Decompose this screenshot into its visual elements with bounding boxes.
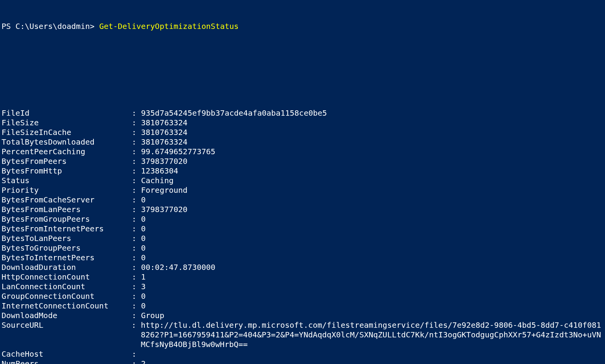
blank-line [2,79,605,89]
separator: : [132,282,141,292]
field-name: DownloadMode [2,311,132,320]
field-name: BytesToLanPeers [2,234,132,243]
separator: : [132,263,141,272]
output-row: BytesFromCacheServer: 0 [2,195,605,205]
output-row: DownloadDuration: 00:02:47.8730000 [2,263,605,272]
separator: : [132,320,141,349]
output-row: SourceURL: http://tlu.dl.delivery.mp.mic… [2,320,605,349]
field-value: 935d7a54245ef9bb37acde4afa0aba1158ce0be5 [141,108,327,118]
field-name: LanConnectionCount [2,282,132,292]
output-row: BytesToInternetPeers: 0 [2,253,605,263]
separator: : [132,359,141,364]
output-block: FileId: 935d7a54245ef9bb37acde4afa0aba11… [2,108,605,364]
prompt-line: PS C:\Users\doadmin> Get-DeliveryOptimiz… [2,22,605,31]
field-name: GroupConnectionCount [2,292,132,301]
output-row: BytesFromHttp: 12386304 [2,166,605,176]
field-value: 12386304 [141,166,178,176]
output-row: FileSize: 3810763324 [2,118,605,128]
output-row: BytesFromPeers: 3798377020 [2,157,605,166]
separator: : [132,185,141,195]
powershell-terminal[interactable]: PS C:\Users\doadmin> Get-DeliveryOptimiz… [0,0,605,364]
separator: : [132,128,141,137]
output-row: BytesFromInternetPeers: 0 [2,224,605,234]
field-name: BytesFromLanPeers [2,205,132,214]
output-row: Status: Caching [2,176,605,185]
output-row: NumPeers: 2 [2,359,605,364]
field-name: FileSize [2,118,132,128]
separator: : [132,195,141,205]
field-name: PercentPeerCaching [2,147,132,157]
field-name: BytesFromInternetPeers [2,224,132,234]
command-text: Get-DeliveryOptimizationStatus [99,22,239,31]
field-name: FileSizeInCache [2,128,132,137]
field-value: Foreground [141,185,187,195]
output-row: BytesToLanPeers: 0 [2,234,605,243]
field-value: 0 [141,243,146,253]
separator: : [132,147,141,157]
field-value: 3810763324 [141,118,187,128]
field-value: Caching [141,176,173,185]
field-name: SourceURL [2,320,132,349]
field-value: 3798377020 [141,157,187,166]
output-row: DownloadMode: Group [2,311,605,320]
field-value: 3810763324 [141,137,187,147]
field-value: 1 [141,272,146,282]
separator: : [132,253,141,263]
output-row: BytesToGroupPeers: 0 [2,243,605,253]
output-row: FileId: 935d7a54245ef9bb37acde4afa0aba11… [2,108,605,118]
separator: : [132,176,141,185]
output-row: LanConnectionCount: 3 [2,282,605,292]
field-value: 3 [141,282,146,292]
output-row: BytesFromLanPeers: 3798377020 [2,205,605,214]
output-row: InternetConnectionCount: 0 [2,301,605,311]
field-name: DownloadDuration [2,263,132,272]
separator: : [132,166,141,176]
field-value: 0 [141,292,146,301]
output-row: HttpConnectionCount: 1 [2,272,605,282]
field-name: BytesFromHttp [2,166,132,176]
field-value: 00:02:47.8730000 [141,263,215,272]
field-value: 0 [141,195,146,205]
field-name: BytesFromGroupPeers [2,214,132,224]
separator: : [132,108,141,118]
field-name: InternetConnectionCount [2,301,132,311]
output-row: FileSizeInCache: 3810763324 [2,128,605,137]
output-row: Priority: Foreground [2,185,605,195]
field-value: 0 [141,301,146,311]
field-name: CacheHost [2,349,132,359]
separator: : [132,118,141,128]
output-row: PercentPeerCaching: 99.6749652773765 [2,147,605,157]
field-name: BytesFromPeers [2,157,132,166]
field-value: 0 [141,234,146,243]
separator: : [132,214,141,224]
field-value: http://tlu.dl.delivery.mp.microsoft.com/… [141,320,605,349]
separator: : [132,157,141,166]
field-value: 0 [141,214,146,224]
field-name: Status [2,176,132,185]
separator: : [132,234,141,243]
separator: : [132,311,141,320]
field-value: 3798377020 [141,205,187,214]
field-value: 0 [141,253,146,263]
output-row: CacheHost: [2,349,605,359]
field-value: 0 [141,224,146,234]
blank-line [2,51,605,60]
separator: : [132,224,141,234]
separator: : [132,349,141,359]
field-value: Group [141,311,164,320]
separator: : [132,243,141,253]
field-name: TotalBytesDownloaded [2,137,132,147]
separator: : [132,205,141,214]
separator: : [132,292,141,301]
field-name: FileId [2,108,132,118]
field-value: 3810763324 [141,128,187,137]
field-name: Priority [2,185,132,195]
separator: : [132,137,141,147]
output-row: GroupConnectionCount: 0 [2,292,605,301]
output-row: BytesFromGroupPeers: 0 [2,214,605,224]
field-value: 2 [141,359,146,364]
separator: : [132,301,141,311]
prompt-prefix: PS C:\Users\doadmin> [2,22,99,31]
separator: : [132,272,141,282]
field-name: BytesToInternetPeers [2,253,132,263]
